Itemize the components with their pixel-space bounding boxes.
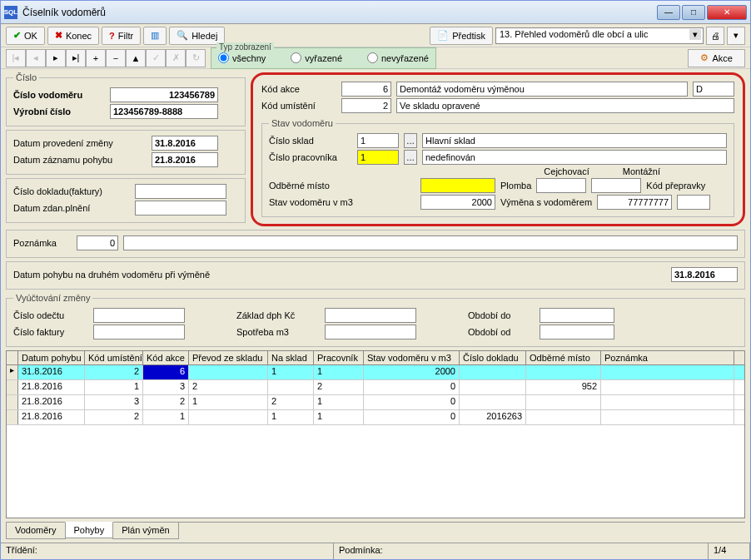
- report-dropdown[interactable]: 13. Přehled vodoměrů dle obcí a ulic: [495, 27, 704, 44]
- radio-vyrazene[interactable]: vyřazené: [291, 52, 342, 63]
- poznamka-text-input[interactable]: [123, 235, 738, 250]
- datum-zdan-input[interactable]: [135, 201, 226, 216]
- stav-m3-label: Stav vodoměru v m3: [269, 197, 369, 207]
- spotreba-label: Spotřeba m3: [236, 327, 320, 337]
- cislo-faktury-input[interactable]: [93, 325, 185, 339]
- table-row[interactable]: ▸31.8.201626112000: [7, 365, 744, 380]
- status-podminka: Podmínka:: [334, 543, 709, 559]
- table-row[interactable]: 21.8.201613220952: [7, 380, 744, 395]
- cislo-vodomeru-label: Číslo vodoměru: [13, 90, 105, 100]
- cislo-pracovnika-text[interactable]: [422, 150, 727, 165]
- vyuct-legend: Vyúčtování změny: [13, 293, 92, 303]
- zaklad-input[interactable]: [325, 308, 416, 323]
- cislo-dokladu-label: Číslo dokladu(faktury): [13, 186, 130, 196]
- display-legend: Typ zobrazení: [216, 42, 274, 52]
- plomba-cejch-input[interactable]: [536, 178, 586, 193]
- cislo-legend: Číslo: [13, 72, 39, 82]
- stav-fieldset: Stav vodoměru Číslo sklad … Číslo pracov…: [261, 118, 734, 217]
- predtisk-button[interactable]: 📄Předtisk: [430, 27, 493, 45]
- maximize-button[interactable]: □: [682, 5, 705, 20]
- form-body: Číslo Číslo vodoměru Výrobní číslo Datum…: [1, 69, 750, 543]
- tab-plan-vymen[interactable]: Plán výměn: [112, 523, 178, 539]
- radio-vsechny[interactable]: všechny: [218, 52, 266, 63]
- nav-add[interactable]: +: [86, 49, 106, 67]
- nav-refresh[interactable]: ↻: [186, 49, 206, 67]
- status-page: 1/4: [709, 543, 750, 559]
- nav-delete[interactable]: −: [106, 49, 126, 67]
- minimize-button[interactable]: —: [657, 5, 680, 20]
- ok-button[interactable]: ✔OK: [6, 27, 45, 45]
- nav-prev[interactable]: ◂: [26, 49, 46, 67]
- data-grid[interactable]: Datum pohybuKód umístěníKód akcePřevod z…: [6, 350, 745, 518]
- print-menu-button[interactable]: ▾: [727, 27, 745, 45]
- kod-umisteni-input[interactable]: [341, 98, 391, 113]
- titlebar: SQL Číselník vodoměrů — □ ✕: [1, 1, 750, 24]
- import-icon: ▥: [151, 30, 159, 41]
- kod-prepravky-input[interactable]: [677, 195, 710, 210]
- check-icon: ✔: [13, 30, 21, 41]
- status-trideni: Třídění:: [1, 543, 334, 559]
- kod-akce-text[interactable]: [396, 82, 688, 97]
- kod-umisteni-text[interactable]: [396, 98, 734, 113]
- spotreba-input[interactable]: [325, 325, 416, 339]
- stav-m3-input[interactable]: [420, 195, 495, 210]
- vymena-label: Výměna s vodoměrem: [500, 197, 592, 207]
- app-icon: SQL: [4, 6, 17, 19]
- kod-akce-suffix[interactable]: [693, 82, 734, 97]
- tab-vodomery[interactable]: Vodoměry: [6, 523, 66, 539]
- vyrobni-cislo-input[interactable]: [110, 104, 218, 119]
- nav-cancel[interactable]: ✗: [166, 49, 186, 67]
- obdobi-do-label: Období do: [468, 310, 535, 320]
- datum-zaznamu-input[interactable]: [152, 152, 218, 167]
- nav-first[interactable]: |◂: [6, 49, 26, 67]
- import-button[interactable]: ▥: [143, 27, 167, 45]
- cislo-vodomeru-input[interactable]: [110, 87, 218, 102]
- cislo-faktury-label: Číslo faktury: [13, 327, 88, 337]
- kod-prepravky-label: Kód přepravky: [646, 181, 705, 191]
- action-icon: ⚙: [700, 52, 709, 63]
- nav-next[interactable]: ▸: [46, 49, 66, 67]
- table-row[interactable]: 21.8.2016321210: [7, 395, 744, 410]
- cislo-sklad-label: Číslo sklad: [269, 136, 352, 146]
- filtr-button[interactable]: ?Filtr: [102, 27, 141, 45]
- vyuctovani-fieldset: Vyúčtování změny Číslo odečtu Základ dph…: [6, 293, 745, 347]
- nav-last[interactable]: ▸|: [66, 49, 86, 67]
- cislo-pracovnika-input[interactable]: [357, 150, 399, 165]
- doklad-fieldset: Číslo dokladu(faktury) Datum zdan.plnění: [6, 178, 246, 223]
- zaklad-label: Základ dph Kč: [236, 310, 320, 320]
- nav-edit[interactable]: ▲: [126, 49, 146, 67]
- plomba-mont-input[interactable]: [591, 178, 641, 193]
- tab-pohyby[interactable]: Pohyby: [65, 522, 114, 538]
- poznamka-label: Poznámka: [13, 238, 72, 248]
- datum-provedeni-input[interactable]: [152, 136, 218, 151]
- obdobi-od-label: Období od: [468, 327, 535, 337]
- cejchovaci-label: Cejchovací: [544, 166, 589, 176]
- odberne-misto-input[interactable]: [420, 178, 495, 193]
- table-row[interactable]: 21.8.2016211102016263: [7, 410, 744, 425]
- pohyb2-input[interactable]: [671, 267, 738, 282]
- cislo-odectu-input[interactable]: [93, 308, 185, 323]
- main-toolbar: ✔OK ✖Konec ?Filtr ▥ 🔍Hledej 📄Předtisk 13…: [1, 24, 750, 47]
- radio-nevyrazene[interactable]: nevyřazené: [367, 52, 429, 63]
- obdobi-do-input[interactable]: [540, 308, 614, 323]
- cislo-pracovnika-lookup[interactable]: …: [404, 150, 417, 165]
- cislo-dokladu-input[interactable]: [135, 184, 226, 199]
- cislo-sklad-input[interactable]: [357, 133, 399, 148]
- kod-akce-input[interactable]: [341, 82, 391, 97]
- vymena-input[interactable]: [597, 195, 672, 210]
- cislo-sklad-lookup[interactable]: …: [404, 133, 417, 148]
- bottom-tabs: Vodoměry Pohyby Plán výměn: [6, 522, 745, 539]
- akce-button[interactable]: ⚙Akce: [688, 49, 745, 67]
- cislo-sklad-text[interactable]: [422, 133, 727, 148]
- close-button[interactable]: ✕: [707, 5, 747, 20]
- stav-legend: Stav vodoměru: [269, 118, 336, 128]
- cislo-pracovnika-label: Číslo pracovníka: [269, 152, 352, 162]
- obdobi-od-input[interactable]: [540, 325, 614, 339]
- datum-zdan-label: Datum zdan.plnění: [13, 203, 130, 213]
- nav-ok[interactable]: ✓: [146, 49, 166, 67]
- konec-button[interactable]: ✖Konec: [47, 27, 99, 45]
- print-button[interactable]: 🖨: [706, 27, 724, 45]
- poznamka-num-input[interactable]: [77, 235, 118, 250]
- cislo-odectu-label: Číslo odečtu: [13, 310, 88, 320]
- poznamka-fieldset: Poznámka: [6, 230, 745, 258]
